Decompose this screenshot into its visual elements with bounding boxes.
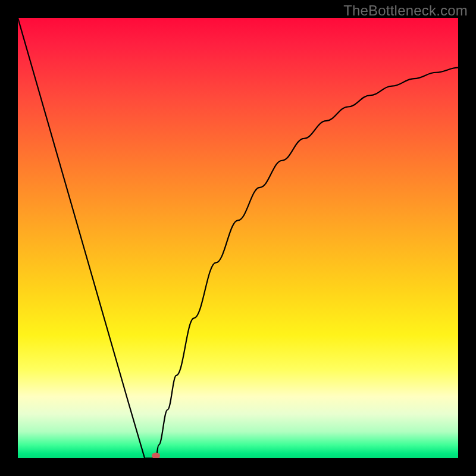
- min-marker-icon: [152, 453, 160, 459]
- watermark-text: TheBottleneck.com: [343, 2, 468, 19]
- plot-area: [18, 18, 458, 458]
- curve-svg: [18, 18, 458, 458]
- bottleneck-curve-path: [18, 18, 458, 458]
- chart-frame: TheBottleneck.com: [0, 0, 476, 476]
